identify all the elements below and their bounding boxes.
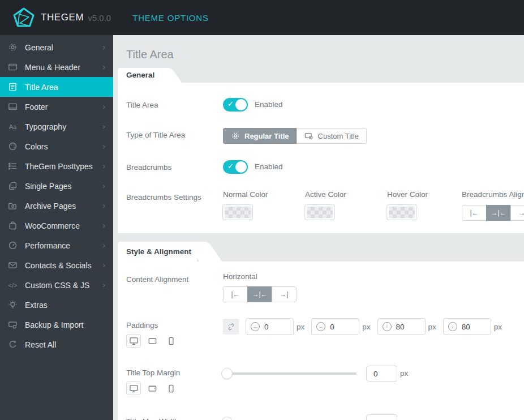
window-plus-icon — [304, 131, 313, 140]
title-top-margin-slider[interactable] — [223, 368, 357, 379]
chevron-right-icon: › — [102, 102, 106, 112]
main-content: Title Area General Title Area ✓ Enabled … — [113, 35, 524, 420]
sidebar-item-contacts-socials[interactable]: Contacts & Socials › — [0, 255, 113, 275]
sidebar-item-performance[interactable]: Performance › — [0, 235, 113, 255]
brand-name: THEGEM — [41, 12, 84, 23]
active-color-swatch[interactable] — [305, 205, 334, 220]
sidebar-item-colors[interactable]: Colors › — [0, 136, 113, 156]
title-max-width-slider[interactable] — [223, 417, 357, 420]
row-title-max-width: Title Max Width px — [126, 414, 524, 420]
sidebar-item-title-area[interactable]: Title Area — [0, 77, 113, 97]
tab-style-alignment[interactable]: Style & Alignment — [118, 242, 197, 262]
toggle-knob — [235, 99, 247, 110]
tab-general[interactable]: General — [118, 68, 160, 83]
sidebar-item-single-pages[interactable]: Single Pages › — [0, 176, 113, 196]
toggle-knob — [235, 161, 247, 173]
sidebar-item-reset-all[interactable]: Reset All — [0, 335, 113, 354]
sidebar-item-custom-css-js[interactable]: </> Custom CSS & JS › — [0, 275, 113, 295]
unlink-icon[interactable] — [223, 319, 239, 335]
hover-color-label: Hover Color — [387, 190, 462, 199]
chevron-right-icon: › — [102, 142, 106, 151]
sidebar-item-label: Footer — [25, 102, 48, 112]
row-breadcrumbs: Breadcrumbs ✓ Enabled — [126, 160, 524, 174]
title-max-width-label: Title Max Width — [126, 414, 223, 420]
hover-color-swatch[interactable] — [387, 205, 416, 220]
chevron-right-icon: › — [102, 202, 106, 211]
chevron-right-icon: › — [102, 241, 106, 250]
sidebar-item-label: Contacts & Socials — [25, 261, 92, 270]
row-paddings: Paddings ← px — [126, 318, 524, 348]
title-top-margin-input[interactable] — [366, 366, 397, 382]
row-title-top-margin: Title Top Margin px — [126, 366, 524, 395]
custom-title-button[interactable]: Custom Title — [297, 128, 367, 144]
sidebar-item-backup-import[interactable]: Backup & Import — [0, 315, 113, 335]
padding-bottom-input[interactable] — [462, 323, 487, 331]
gear-icon — [231, 131, 240, 140]
normal-color-swatch[interactable] — [223, 205, 252, 220]
align-left-button[interactable]: |← — [223, 286, 248, 302]
pages-icon — [8, 181, 18, 191]
bag-icon — [8, 221, 18, 230]
padding-top-input[interactable] — [396, 323, 421, 331]
title-top-margin-device-switch — [126, 382, 223, 395]
title-max-width-input[interactable] — [366, 414, 397, 420]
align-center-button[interactable]: →|← — [247, 286, 272, 302]
chevron-right-icon: › — [102, 221, 106, 230]
horizontal-label: Horizontal — [223, 272, 297, 281]
sidebar-item-thegem-posttypes[interactable]: TheGem Posttypes › — [0, 156, 113, 176]
padding-right-input[interactable] — [330, 323, 355, 331]
sidebar-item-label: WooCommerce — [25, 221, 80, 230]
slider-handle[interactable] — [222, 417, 232, 420]
align-right-button[interactable]: →| — [510, 205, 524, 221]
breadcrumbs-toggle[interactable]: ✓ — [223, 160, 248, 174]
regular-title-button[interactable]: Regular Title — [223, 128, 297, 144]
sidebar-item-menu-header[interactable]: Menu & Header › — [0, 57, 113, 77]
style-panel: Content Alignment Horizontal |← →|← →| P… — [118, 262, 524, 420]
sidebar-item-general[interactable]: General › — [0, 37, 113, 57]
chevron-right-icon: › — [102, 182, 106, 191]
sidebar-item-label: Typography — [25, 122, 66, 131]
slider-handle[interactable] — [222, 368, 232, 379]
sidebar-item-label: Archive Pages — [25, 202, 76, 211]
breadcrumbs-alignment-column: Breadcrumbs Alignment |← →|← →| — [462, 190, 524, 221]
breadcrumbs-toggle-state: Enabled — [255, 160, 283, 171]
desktop-icon[interactable] — [126, 382, 141, 395]
align-center-button[interactable]: →|← — [486, 205, 511, 221]
sidebar-item-archive-pages[interactable]: Archive Pages › — [0, 196, 113, 216]
chevron-right-icon: › — [102, 261, 106, 270]
mobile-icon[interactable] — [164, 382, 178, 395]
document-icon — [8, 82, 18, 92]
arrow-up-circle-icon: ↑ — [383, 322, 392, 331]
window-icon — [8, 62, 18, 72]
unit-label: px — [297, 323, 304, 331]
sidebar-item-extras[interactable]: Extras — [0, 295, 113, 315]
sidebar-item-label: Title Area — [25, 83, 58, 92]
page-title: Title Area — [113, 35, 524, 61]
padding-left-input[interactable] — [264, 323, 289, 331]
mobile-icon[interactable] — [164, 334, 178, 348]
reset-icon — [8, 340, 18, 349]
padding-right-field: → — [311, 318, 359, 335]
align-left-button[interactable]: |← — [462, 205, 487, 221]
sidebar-item-typography[interactable]: Aa Typography › — [0, 117, 113, 136]
normal-color-column: Normal Color — [223, 190, 305, 221]
breadcrumbs-alignment-label: Breadcrumbs Alignment — [462, 190, 524, 199]
sidebar-item-woocommerce[interactable]: WooCommerce › — [0, 216, 113, 235]
theme-options-link[interactable]: THEME OPTIONS — [132, 13, 209, 23]
chevron-right-icon: › — [102, 43, 106, 52]
align-right-button[interactable]: →| — [272, 286, 297, 302]
desktop-icon[interactable] — [126, 334, 141, 348]
sidebar-item-footer[interactable]: Footer › — [0, 97, 113, 117]
custom-title-button-label: Custom Title — [318, 132, 359, 140]
type-of-title-area-label: Type of Title Area — [126, 128, 223, 139]
title-top-margin-label-block: Title Top Margin — [126, 366, 223, 395]
tablet-icon[interactable] — [145, 382, 160, 395]
unit-label: px — [494, 323, 502, 331]
content-alignment-label: Content Alignment — [126, 272, 223, 284]
paddings-label: Paddings — [126, 321, 223, 329]
chevron-right-icon: › — [102, 162, 106, 171]
paddings-label-block: Paddings — [126, 318, 223, 348]
tablet-icon[interactable] — [145, 334, 160, 348]
unit-label: px — [400, 414, 408, 420]
title-area-toggle[interactable]: ✓ — [223, 98, 248, 112]
